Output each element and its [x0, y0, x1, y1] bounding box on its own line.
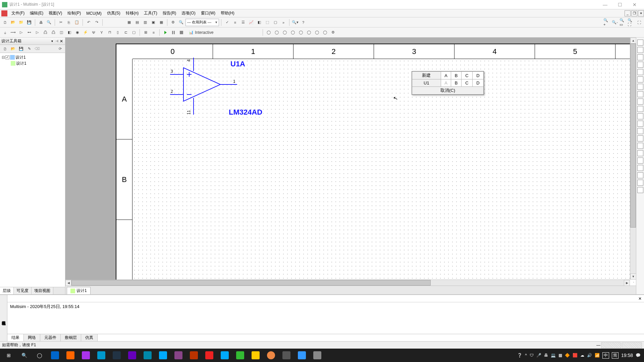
menu-file[interactable]: 文件(F): [9, 10, 27, 17]
component-db-button[interactable]: ⚙: [169, 19, 177, 26]
place-connector-button[interactable]: ⊏: [122, 29, 129, 36]
help-search-button[interactable]: 🔍▾: [291, 19, 299, 26]
toolbox-refresh-button[interactable]: ⟳: [56, 45, 64, 53]
menu-edit[interactable]: 编辑(E): [27, 10, 46, 17]
new-button[interactable]: 🗋: [1, 19, 9, 26]
place-hierarchy-button[interactable]: ⊞: [142, 29, 149, 36]
run-button[interactable]: [162, 29, 169, 36]
place-ttl-button[interactable]: 凸: [42, 29, 49, 36]
copy-button[interactable]: ⎘: [65, 19, 72, 26]
toolbox-save-button[interactable]: 💾: [17, 45, 25, 53]
toolbox-autohide-button[interactable]: ⊣: [54, 39, 59, 44]
instr-labview[interactable]: [637, 172, 643, 178]
redo-button[interactable]: ↷: [93, 19, 100, 26]
minimize-button[interactable]: —: [598, 0, 612, 9]
toggle-grid-button[interactable]: ▦: [125, 19, 133, 26]
menu-transfer[interactable]: 转移(n): [123, 10, 142, 17]
interactive-button[interactable]: 📊 Interactive: [186, 29, 216, 36]
menu-tools[interactable]: 工具(T): [141, 10, 160, 17]
save-button[interactable]: 💾: [25, 19, 33, 26]
popup-new-a[interactable]: A: [441, 72, 451, 79]
toolbox-close-button[interactable]: ✕: [59, 39, 64, 44]
find-button[interactable]: 🔍: [177, 19, 185, 26]
instrument-4scope-icon[interactable]: ◯: [297, 29, 305, 36]
place-mcu-button[interactable]: ▢: [130, 29, 138, 36]
toolbox-delete-button[interactable]: ⌫: [34, 45, 41, 53]
paste-button[interactable]: 📋: [73, 19, 80, 26]
search-button[interactable]: 🔍: [17, 349, 32, 362]
popup-u1-c[interactable]: C: [462, 79, 473, 87]
undo-button[interactable]: ↶: [85, 19, 92, 26]
taskbar-app-2[interactable]: [63, 349, 78, 362]
netlist-button[interactable]: ≡: [231, 19, 239, 26]
taskbar-app-17[interactable]: [294, 349, 309, 362]
mdi-close[interactable]: ✕: [638, 10, 644, 16]
taskbar-app-5[interactable]: [109, 349, 124, 362]
menu-mcu[interactable]: MCU(M): [84, 10, 104, 17]
tray-app-icon-3[interactable]: 🟥: [573, 353, 578, 358]
tab-project-view[interactable]: 项目视图: [32, 287, 53, 294]
output-tab-simulation[interactable]: 仿真: [81, 334, 98, 341]
instr-logic-analyzer[interactable]: [637, 99, 643, 105]
tab-hierarchy[interactable]: 层级: [0, 287, 14, 294]
menu-report[interactable]: 报告(R): [160, 10, 179, 17]
instrument-freqcounter-icon[interactable]: ◯: [313, 29, 321, 36]
instr-current-probe[interactable]: [637, 187, 643, 193]
bom-button[interactable]: ☰: [239, 19, 247, 26]
menu-window[interactable]: 窗口(W): [198, 10, 218, 17]
start-button[interactable]: ⊞: [1, 349, 16, 362]
mdi-minimize[interactable]: _: [625, 10, 631, 16]
instr-agilent-mm[interactable]: [637, 150, 643, 156]
scroll-down-button[interactable]: ▼: [630, 274, 636, 280]
taskbar-app-11[interactable]: [202, 349, 217, 362]
taskbar-app-12[interactable]: [217, 349, 232, 362]
schematic-sheet[interactable]: 0 1 2 3 4 5 A B: [116, 44, 636, 286]
print-preview-button[interactable]: 🔍: [45, 19, 53, 26]
instr-watt[interactable]: [637, 54, 643, 60]
output-tab-results[interactable]: 结果: [7, 334, 24, 341]
scroll-left-button[interactable]: ◀: [65, 280, 71, 286]
taskbar-app-16[interactable]: [279, 349, 294, 362]
tray-ime-2[interactable]: 简: [612, 352, 619, 359]
tray-mic-icon[interactable]: 🎤: [536, 353, 541, 358]
instrument-logicconv-icon[interactable]: ⚙: [329, 29, 337, 36]
toolbox-open-button[interactable]: 📂: [9, 45, 17, 53]
popup-cancel-button[interactable]: 取消(C): [412, 87, 484, 95]
print-button[interactable]: 🖶: [37, 19, 45, 26]
tray-network-icon[interactable]: 📶: [595, 353, 600, 358]
instr-ni-elvis[interactable]: [637, 180, 643, 186]
taskbar-app-3[interactable]: [78, 349, 93, 362]
tray-app-icon-2[interactable]: 🔶: [565, 353, 570, 358]
fullscreen-button[interactable]: ⛶: [635, 19, 643, 26]
toggle-ruler-button[interactable]: ▦: [158, 19, 165, 26]
popup-u1-d[interactable]: D: [473, 79, 484, 87]
doctab-design1[interactable]: 设计1: [67, 287, 91, 294]
parent-button[interactable]: ⬚: [264, 19, 271, 26]
instr-scope4[interactable]: [637, 69, 643, 75]
taskbar-app-7[interactable]: [140, 349, 155, 362]
popup-new-d[interactable]: D: [473, 72, 484, 79]
toolbox-rename-button[interactable]: ✎: [25, 45, 33, 53]
tray-cloud-icon[interactable]: ☁: [580, 353, 584, 358]
output-tab-nets[interactable]: 网络: [24, 334, 40, 341]
menu-help[interactable]: 帮助(H): [218, 10, 237, 17]
spreadsheet-view-tab[interactable]: 电子表格视图: [0, 295, 7, 341]
schematic-viewport[interactable]: 0 1 2 3 4 5 A B: [65, 38, 630, 280]
open-examples-button[interactable]: 📁: [17, 19, 25, 26]
popup-new-b[interactable]: B: [451, 72, 462, 79]
instr-distortion[interactable]: [637, 121, 643, 127]
taskbar-app-10[interactable]: [186, 349, 201, 362]
zoom-area-button[interactable]: 🔍▭: [619, 19, 627, 26]
toolbox-pin-button[interactable]: ▾: [50, 39, 54, 44]
forward-annotate-button[interactable]: »: [280, 19, 287, 26]
pause-button[interactable]: [170, 29, 177, 36]
instr-bode[interactable]: [637, 76, 643, 82]
instr-tek-scope[interactable]: [637, 165, 643, 171]
taskbar-app-15[interactable]: [264, 349, 278, 362]
open-button[interactable]: 📂: [9, 19, 17, 26]
instr-logic-converter[interactable]: [637, 106, 643, 112]
toggle-border-button[interactable]: ▤: [133, 19, 141, 26]
place-indicator-button[interactable]: ◉: [74, 29, 81, 36]
taskbar-app-14[interactable]: [248, 349, 263, 362]
zoom-out-button[interactable]: 🔍-: [611, 19, 619, 26]
